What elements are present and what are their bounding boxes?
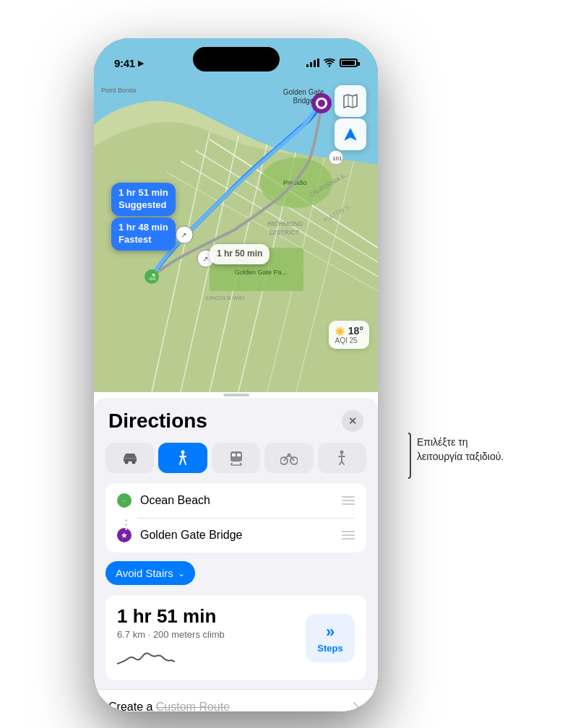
svg-text:RICHMOND: RICHMOND	[267, 220, 303, 228]
svg-text:101: 101	[332, 155, 342, 162]
bike-icon	[280, 451, 298, 465]
svg-text:↗: ↗	[202, 255, 208, 263]
route-details: 6.7 km · 200 meters climb	[117, 629, 225, 640]
transport-walk[interactable]	[158, 443, 207, 473]
svg-text:DISTRICT: DISTRICT	[269, 229, 300, 236]
signal-icon	[306, 58, 319, 67]
wifi-icon	[324, 58, 335, 67]
transport-bike[interactable]	[264, 443, 313, 473]
steps-button[interactable]: » Steps	[306, 614, 355, 662]
waypoint-destination[interactable]: ★ Golden Gate Bridge	[105, 518, 366, 552]
route-duration: 1 hr 51 min	[117, 605, 225, 628]
walk-icon	[176, 450, 189, 466]
svg-text:Point Bonita: Point Bonita	[101, 87, 137, 94]
chevron-right-icon	[349, 700, 363, 711]
transport-transit[interactable]	[212, 443, 260, 473]
route-info-left: 1 hr 51 min 6.7 km · 200 meters climb	[117, 605, 225, 670]
annotation-text: Επιλέξτε τη λειτουργία ταξιδιού.	[417, 436, 511, 464]
weather-badge: ☀️ 18° AQI 25	[329, 321, 369, 349]
svg-point-39	[181, 451, 185, 454]
svg-point-46	[340, 451, 344, 454]
map-icon	[342, 93, 358, 109]
route-label-other[interactable]: 1 hr 50 min	[210, 244, 269, 264]
avoid-stairs-button[interactable]: Avoid Stairs ⌄	[105, 561, 195, 585]
destination-name: Golden Gate Bridge	[140, 529, 333, 542]
status-icons	[306, 58, 358, 67]
custom-route-text: Create a Custom Route	[108, 701, 349, 711]
map-type-button[interactable]	[335, 85, 366, 117]
location-button[interactable]	[335, 118, 366, 150]
svg-rect-38	[124, 458, 137, 459]
chevron-down-icon: ⌄	[178, 568, 185, 578]
side-annotation: Επιλέξτε τη λειτουργία ταξιδιού.	[408, 430, 511, 479]
svg-point-37	[131, 461, 135, 464]
svg-point-36	[124, 461, 128, 464]
dynamic-island	[193, 47, 280, 72]
origin-name: Ocean Beach	[140, 494, 333, 507]
status-time: 9:41	[114, 57, 135, 69]
svg-text:Golden Gate Pa...: Golden Gate Pa...	[235, 269, 287, 276]
svg-text:🏖: 🏖	[149, 273, 156, 281]
beach-icon: ~	[120, 496, 129, 505]
destination-dot: ★	[117, 528, 131, 542]
annotation-bracket	[408, 433, 411, 479]
svg-text:Golden Gate: Golden Gate	[283, 88, 324, 96]
map-area: Golden Gate Pa... Presidio 🏖	[94, 38, 378, 392]
transport-mode-selector	[94, 443, 378, 483]
battery-icon	[340, 58, 358, 67]
svg-rect-41	[232, 454, 236, 456]
origin-dot: ~	[117, 493, 131, 508]
custom-route-row[interactable]: Create a Custom Route	[94, 689, 378, 711]
close-button[interactable]: ✕	[342, 410, 363, 432]
transport-car[interactable]	[105, 443, 154, 473]
svg-rect-42	[237, 454, 241, 456]
elevation-chart	[117, 646, 175, 667]
svg-text:LINCOLN WAY: LINCOLN WAY	[206, 295, 246, 301]
location-icon: ▶	[138, 58, 144, 68]
waypoint-origin[interactable]: ~ Ocean Beach	[105, 483, 366, 518]
destination-handle[interactable]	[342, 531, 355, 540]
svg-text:↗: ↗	[181, 231, 186, 239]
map-controls	[335, 85, 366, 150]
route-info-card: 1 hr 51 min 6.7 km · 200 meters climb » …	[105, 595, 366, 680]
route-label-fastest[interactable]: 1 hr 48 min Fastest	[111, 217, 176, 251]
sheet-header: Directions ✕	[94, 410, 378, 443]
phone-frame: 9:41 ▶	[94, 38, 378, 711]
waypoints-card: ~ Ocean Beach	[105, 483, 366, 552]
svg-text:Bridge: Bridge	[293, 97, 314, 105]
directions-sheet: Directions ✕	[94, 398, 378, 711]
accessibility-icon	[335, 450, 348, 466]
weather-icon: ☀️	[335, 326, 348, 337]
origin-handle[interactable]	[342, 496, 355, 505]
transit-icon	[228, 450, 244, 466]
transport-person[interactable]	[318, 443, 366, 473]
directions-title: Directions	[108, 410, 207, 433]
double-chevron-icon: »	[326, 623, 335, 641]
route-label-suggested[interactable]: 1 hr 51 min Suggested	[111, 183, 176, 216]
svg-text:~: ~	[122, 498, 125, 503]
location-arrow-icon	[343, 127, 358, 142]
car-icon	[121, 451, 139, 465]
svg-rect-40	[230, 451, 242, 462]
svg-point-19	[318, 100, 325, 107]
sheet-handle	[223, 394, 249, 396]
steps-label: Steps	[317, 643, 342, 654]
